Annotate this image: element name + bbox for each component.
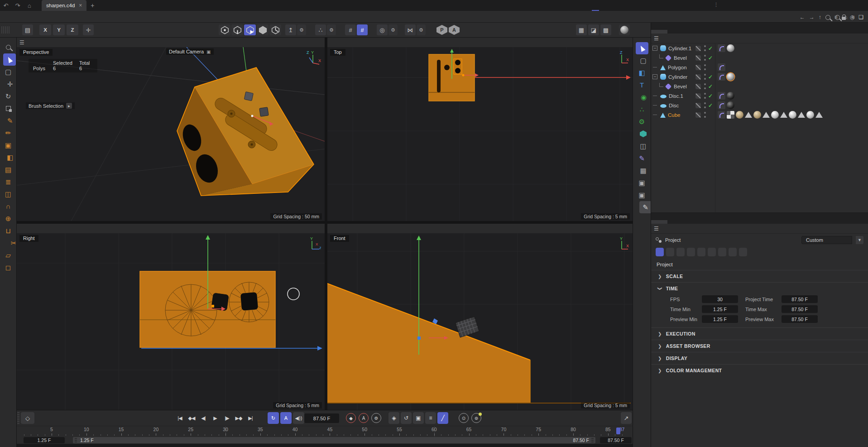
spline-pen-tool[interactable]: ✎ (636, 152, 648, 164)
fcurve-button[interactable]: ↗ (621, 412, 632, 424)
object-label[interactable]: Bevel (674, 84, 687, 89)
keyframe-presets-button[interactable]: ⊚ (471, 413, 481, 423)
target-icon[interactable]: ◎ (850, 14, 854, 20)
quantize-snap-button[interactable]: # (357, 24, 368, 35)
cube-tool[interactable]: ◻ (2, 261, 14, 274)
workplane-p-button[interactable]: P (436, 25, 447, 35)
visibility-dots-icon[interactable] (704, 93, 706, 99)
radial-symmetry-settings-button[interactable]: ⚙ (388, 24, 398, 35)
enabled-check-icon[interactable]: ✓ (708, 102, 713, 109)
sharpener-front-view[interactable] (327, 284, 631, 403)
barrel-tool[interactable]: ⊔ (2, 225, 14, 237)
object-label[interactable]: Cylinder (668, 74, 687, 80)
front-canvas[interactable]: Front Y X Grid Spacing : 5 mm (327, 233, 633, 410)
current-frame-field[interactable]: 87.50 F (304, 413, 339, 423)
key-scale-toggle[interactable]: ▣ (413, 412, 424, 424)
cube-object-tool[interactable]: ◧ (636, 67, 648, 79)
section-time[interactable]: ❯ TIME (651, 282, 868, 294)
visibility-dots-icon[interactable] (704, 74, 706, 80)
tab-attributes[interactable] (651, 220, 667, 224)
visibility-dots-icon[interactable] (704, 55, 706, 61)
section-color-management[interactable]: ❯ COLOR MANAGEMENT (651, 364, 868, 376)
object-label[interactable]: Cylinder.1 (668, 46, 691, 51)
next-key-button[interactable]: ▶◆ (233, 412, 244, 424)
checker-tag[interactable] (727, 111, 734, 119)
panel-menu-icon[interactable]: ☰ (654, 35, 659, 42)
layer-stack-tool[interactable]: ≣ (2, 176, 14, 188)
layout-tab-model[interactable] (603, 0, 617, 11)
tri-tag[interactable] (798, 112, 805, 118)
key-parameter-toggle[interactable]: ≡ (425, 412, 436, 424)
right-canvas[interactable]: Right Y X Z Grid Spacing : 5 mm (17, 233, 325, 410)
enabled-check-icon[interactable]: ✓ (708, 93, 713, 99)
keying-settings-button[interactable]: ⚙ (371, 413, 381, 423)
attr-tab-project[interactable] (656, 248, 664, 256)
visibility-dots-icon[interactable] (704, 64, 706, 70)
layout-tab-sculpt[interactable] (617, 0, 632, 11)
autokey-toggle[interactable]: A (359, 413, 369, 423)
section-scale[interactable]: ❯ SCALE (651, 270, 868, 282)
play-button[interactable]: ▶ (210, 412, 221, 424)
project-time-field[interactable]: 87.50 F (782, 295, 818, 303)
object-row[interactable]: Cube (651, 110, 868, 120)
fps-field[interactable]: 30 (702, 295, 738, 303)
grid-snap-button[interactable]: # (345, 24, 356, 35)
layout-tab-standard[interactable] (588, 0, 603, 11)
document-tab[interactable]: sharpen.c4d × (42, 0, 86, 11)
subdivide-tool[interactable]: ▤ (2, 163, 14, 176)
search-icon[interactable] (825, 15, 830, 20)
rig-tool[interactable]: ⊕ (2, 212, 14, 225)
forward-icon[interactable]: → (809, 14, 815, 20)
sharpener-model[interactable] (177, 67, 314, 196)
right-scene[interactable] (17, 233, 325, 410)
layout-tab-groom[interactable] (661, 0, 675, 11)
material-sphere-button[interactable] (619, 24, 630, 35)
perspective-scene[interactable] (17, 47, 325, 221)
top-canvas[interactable]: Top Z X Grid Spacing : 5 mm (327, 47, 633, 221)
attr-tab-xrefs[interactable] (687, 248, 695, 256)
next-frame-button[interactable]: |▶ (221, 412, 232, 424)
object-row[interactable]: Bevel✓ (651, 82, 868, 91)
tri-tag[interactable] (762, 112, 770, 118)
redo-icon[interactable]: ↷ (12, 2, 24, 9)
attr-tab-cineware[interactable] (676, 248, 685, 256)
object-row[interactable]: −Cylinder✓ (651, 72, 868, 82)
camera-chip[interactable]: Default Camera▣ (166, 48, 214, 55)
dynamics-gear-tool[interactable]: ⚙ (636, 115, 648, 128)
layout-tab-paint[interactable] (646, 0, 661, 11)
edges-mode-button[interactable] (231, 24, 243, 35)
mat-tan-tag[interactable] (753, 111, 761, 119)
object-label[interactable]: Cube (668, 112, 681, 118)
attr-tab-to-do[interactable] (729, 248, 737, 256)
move-tool[interactable]: ✛ (4, 78, 16, 90)
viewport-zoom-tool[interactable] (2, 41, 14, 53)
collapse-icon[interactable]: − (652, 74, 657, 79)
tri-tag[interactable] (815, 112, 823, 118)
range-end-field[interactable]: 87.50 F (600, 437, 632, 443)
editor-enable-icon[interactable] (695, 55, 701, 61)
object-row[interactable]: Disc.1✓ (651, 91, 868, 101)
mat-dark-tag[interactable] (727, 101, 734, 109)
playhead[interactable] (616, 428, 620, 434)
make-editable-settings-button[interactable]: ⚙ (297, 24, 306, 35)
key-pla-toggle[interactable]: ╱ (437, 412, 448, 424)
editor-enable-icon[interactable] (695, 46, 701, 51)
enabled-check-icon[interactable]: ✓ (708, 45, 713, 52)
rotate-tool[interactable]: ↻ (2, 90, 14, 102)
select-cursor-tool[interactable] (636, 42, 648, 54)
phong-tag[interactable] (718, 73, 725, 81)
editor-enable-icon[interactable] (695, 74, 701, 80)
record-keyframe-button[interactable]: ◆ (346, 413, 356, 423)
points-mode-button[interactable] (219, 24, 230, 35)
attr-tab-info[interactable] (666, 248, 674, 256)
phong-tag[interactable] (718, 63, 725, 71)
undo-icon[interactable]: ↶ (0, 2, 12, 9)
enabled-check-icon[interactable]: ✓ (708, 55, 713, 61)
symmetry-settings-button[interactable]: ⚙ (417, 24, 426, 35)
y-axis-lock-button[interactable]: Y (53, 24, 65, 35)
object-row[interactable]: Bevel✓ (651, 53, 868, 62)
timeline-ruler[interactable]: 51015202530354045505560657075808587 (17, 426, 633, 437)
editor-enable-icon[interactable] (695, 112, 701, 118)
layout-panel-icon[interactable]: ▤ (22, 24, 33, 35)
symmetry-button[interactable]: ⋈ (405, 24, 416, 35)
